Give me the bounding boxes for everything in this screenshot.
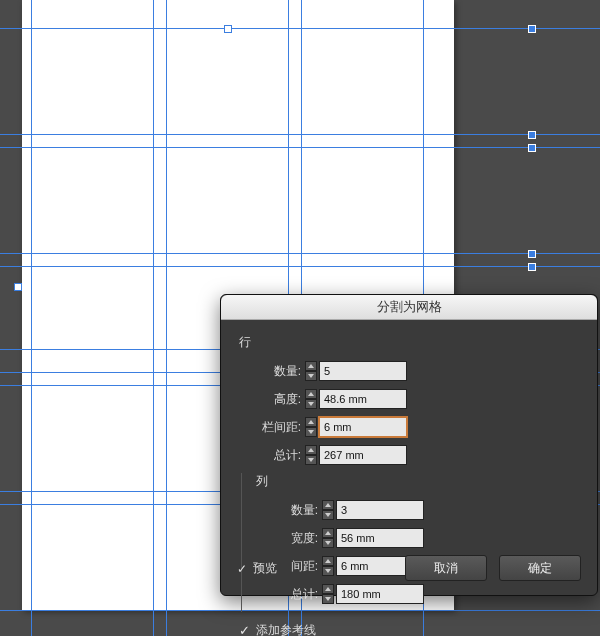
cols-count-input[interactable] [336,500,424,520]
guide-handle[interactable] [528,144,536,152]
cols-group-title: 列 [256,473,424,490]
cols-gutter-label: 间距: [291,558,318,575]
guide-horizontal [0,147,600,148]
svg-marker-12 [325,559,331,563]
stepper-down-icon[interactable] [322,594,334,604]
add-guides-checkbox[interactable]: ✓ 添加参考线 [239,622,579,636]
rows-height-label: 高度: [274,391,301,408]
checkmark-icon: ✓ [239,623,250,636]
guide-horizontal [0,28,600,29]
cols-width-label: 宽度: [291,530,318,547]
add-guides-label: 添加参考线 [256,622,316,636]
svg-marker-8 [325,503,331,507]
rows-gutter-input[interactable] [319,417,407,437]
preview-checkbox[interactable]: ✓ 预览 [237,560,277,577]
svg-marker-11 [325,541,331,545]
rows-count-input[interactable] [319,361,407,381]
guide-handle[interactable] [528,250,536,258]
checkmark-icon: ✓ [237,562,247,576]
stepper-down-icon[interactable] [322,510,334,520]
canvas-workspace: 分割为网格 行 数量: 高度: [0,0,600,636]
guide-horizontal [0,253,600,254]
stepper-down-icon[interactable] [322,538,334,548]
guide-handle[interactable] [528,25,536,33]
svg-marker-3 [308,402,314,406]
svg-marker-14 [325,587,331,591]
cols-count-label: 数量: [291,502,318,519]
rows-height-stepper[interactable] [305,389,407,409]
selection-handle[interactable] [14,283,22,291]
rows-total-label: 总计: [274,447,301,464]
stepper-down-icon[interactable] [305,399,317,409]
stepper-up-icon[interactable] [305,389,317,399]
rows-total-stepper[interactable] [305,445,407,465]
guide-vertical [166,0,167,636]
guide-horizontal [0,266,600,267]
guide-vertical [153,0,154,636]
svg-marker-10 [325,531,331,535]
guide-vertical [31,0,32,636]
stepper-up-icon[interactable] [305,445,317,455]
svg-marker-9 [325,513,331,517]
svg-marker-0 [308,364,314,368]
cols-total-input[interactable] [336,584,424,604]
dialog-title[interactable]: 分割为网格 [221,295,597,320]
rows-total-input[interactable] [319,445,407,465]
split-into-grid-dialog: 分割为网格 行 数量: 高度: [220,294,598,596]
cols-count-stepper[interactable] [322,500,424,520]
stepper-down-icon[interactable] [305,427,317,437]
stepper-up-icon[interactable] [322,500,334,510]
stepper-down-icon[interactable] [305,455,317,465]
guide-handle[interactable] [528,131,536,139]
selection-handle[interactable] [224,25,232,33]
svg-marker-6 [308,448,314,452]
preview-label: 预览 [253,560,277,577]
rows-height-input[interactable] [319,389,407,409]
stepper-down-icon[interactable] [305,371,317,381]
cols-width-input[interactable] [336,528,424,548]
stepper-up-icon[interactable] [322,556,334,566]
cols-total-stepper[interactable] [322,584,424,604]
cols-total-label: 总计: [291,586,318,603]
stepper-down-icon[interactable] [322,566,334,576]
ok-button[interactable]: 确定 [499,555,581,581]
rows-count-stepper[interactable] [305,361,407,381]
rows-gutter-label: 栏间距: [262,419,301,436]
svg-marker-5 [308,430,314,434]
cancel-button[interactable]: 取消 [405,555,487,581]
guide-handle[interactable] [528,263,536,271]
stepper-up-icon[interactable] [322,584,334,594]
stepper-up-icon[interactable] [305,417,317,427]
svg-marker-7 [308,458,314,462]
cols-width-stepper[interactable] [322,528,424,548]
svg-marker-4 [308,420,314,424]
guide-horizontal [0,134,600,135]
svg-marker-15 [325,597,331,601]
rows-group: 行 数量: 高度: 栏间距: [239,334,407,473]
rows-group-title: 行 [239,334,407,351]
rows-gutter-stepper[interactable] [305,417,407,437]
stepper-up-icon[interactable] [305,361,317,371]
svg-marker-2 [308,392,314,396]
stepper-up-icon[interactable] [322,528,334,538]
rows-count-label: 数量: [274,363,301,380]
cols-group: 列 数量: 宽度: 间距: [241,473,424,612]
svg-marker-1 [308,374,314,378]
svg-marker-13 [325,569,331,573]
